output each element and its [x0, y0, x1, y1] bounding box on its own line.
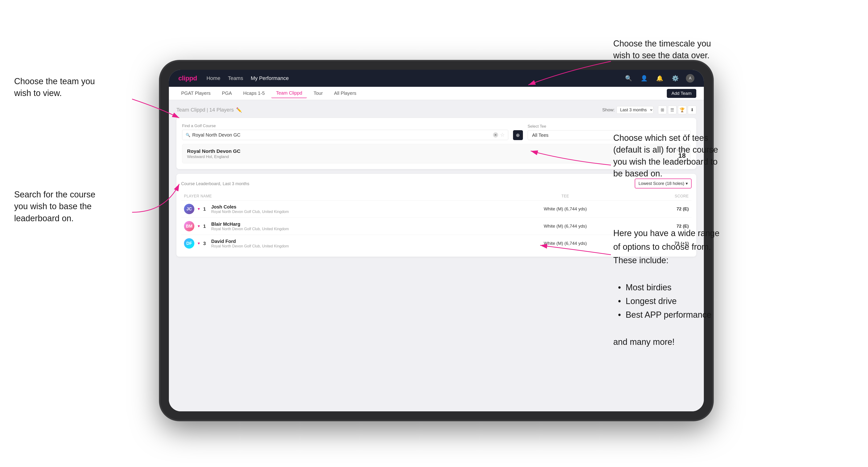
col-score: SCORE	[635, 192, 691, 200]
avatar[interactable]: A	[686, 74, 694, 83]
player-tee: White (M) (6,744 yds)	[496, 200, 634, 218]
search-input[interactable]	[192, 132, 491, 138]
bell-icon-btn[interactable]: 🔔	[655, 73, 665, 83]
tab-pga[interactable]: PGA	[217, 89, 237, 98]
show-dropdown[interactable]: Last 3 months	[617, 106, 653, 114]
player-rank: 1	[203, 206, 208, 212]
sub-tabs: PGAT Players PGA Hcaps 1-5 Team Clippd T…	[169, 87, 704, 100]
clear-search-btn[interactable]: ✕	[493, 132, 498, 137]
favorite-btn[interactable]: ☆	[500, 132, 505, 138]
search-icon-btn[interactable]: 🔍	[624, 73, 633, 83]
score-filter-label: Lowest Score (18 holes)	[639, 181, 684, 186]
search-icon: 🔍	[186, 133, 190, 137]
player-name: Blair McHarg	[211, 221, 289, 227]
player-club: Royal North Devon Golf Club, United King…	[211, 244, 289, 248]
nav-home[interactable]: Home	[206, 75, 220, 81]
player-name: Josh Coles	[211, 204, 289, 210]
col-tee: TEE	[496, 192, 634, 200]
col-player-name: PLAYER NAME	[181, 192, 496, 200]
leaderboard-header: Course Leaderboard, Last 3 months Lowest…	[181, 179, 691, 188]
player-rank: 1	[203, 224, 208, 229]
player-score: 72 (E)	[635, 200, 691, 218]
course-name: Royal North Devon GC	[187, 148, 677, 154]
navbar-icons: 🔍 👤 🔔 ⚙️ A	[624, 73, 694, 83]
tab-tour[interactable]: Tour	[309, 89, 328, 98]
annotation-options: Here you have a wide rangeof options to …	[613, 226, 719, 349]
player-avatar: DF	[184, 238, 194, 249]
add-team-button[interactable]: Add Team	[667, 89, 696, 98]
avatar-label: A	[689, 76, 691, 81]
favorite-heart-icon[interactable]: ♥	[198, 207, 200, 211]
course-location: Westward Hol, England	[187, 154, 677, 159]
show-filter: Show: Last 3 months ⊞ ☰ 🏆 ⬇	[602, 106, 696, 114]
team-header: Team Clippd | 14 Players ✏️ Show: Last 3…	[177, 106, 696, 114]
course-info: Royal North Devon GC Westward Hol, Engla…	[187, 148, 677, 159]
player-club: Royal North Devon Golf Club, United King…	[211, 227, 289, 231]
search-group: Find a Golf Course 🔍 ✕ ☆	[182, 124, 508, 140]
annotation-tees: Choose which set of tees(default is all)…	[613, 132, 718, 180]
grid-view-btn[interactable]: ⊞	[658, 106, 666, 114]
player-club: Royal North Devon Golf Club, United King…	[211, 210, 289, 214]
player-name: David Ford	[211, 239, 289, 244]
find-course-label: Find a Golf Course	[182, 124, 508, 128]
search-input-wrap: 🔍 ✕ ☆	[182, 130, 508, 140]
table-row: JC ♥ 1 Josh Coles Royal North Devon Golf…	[181, 200, 691, 218]
team-title: Team Clippd | 14 Players	[177, 107, 234, 113]
settings-icon-btn[interactable]: ⚙️	[670, 73, 680, 83]
leaderboard-title: Course Leaderboard, Last 3 months	[181, 181, 249, 186]
list-view-btn[interactable]: ☰	[668, 106, 677, 114]
tab-pgat-players[interactable]: PGAT Players	[177, 89, 215, 98]
player-rank: 3	[203, 241, 208, 246]
score-filter-dropdown[interactable]: Lowest Score (18 holes) ▾	[635, 179, 691, 188]
tab-hcaps[interactable]: Hcaps 1-5	[239, 89, 269, 98]
trophy-view-btn[interactable]: 🏆	[678, 106, 686, 114]
tab-all-players[interactable]: All Players	[329, 89, 361, 98]
annotation-top-left: Choose the team youwish to view.	[14, 75, 95, 99]
download-btn[interactable]: ⬇	[688, 106, 696, 114]
nav-teams[interactable]: Teams	[228, 75, 243, 81]
navbar-nav: Home Teams My Performance	[206, 75, 614, 81]
favorite-heart-icon[interactable]: ♥	[198, 241, 200, 246]
logo: clippd	[178, 74, 197, 82]
player-avatar: JC	[184, 204, 194, 214]
player-avatar: BM	[184, 221, 194, 231]
annotation-middle-left: Search for the courseyou wish to base th…	[14, 189, 95, 224]
course-action-btn[interactable]: ⊕	[513, 130, 523, 140]
show-label-text: Show:	[602, 107, 615, 113]
view-icons: ⊞ ☰ 🏆 ⬇	[658, 106, 696, 114]
favorite-heart-icon[interactable]: ♥	[198, 224, 200, 228]
tab-team-clippd[interactable]: Team Clippd	[271, 88, 307, 98]
edit-team-icon[interactable]: ✏️	[236, 107, 242, 113]
chevron-down-icon: ▾	[686, 181, 688, 186]
annotation-top-right: Choose the timescale youwish to see the …	[613, 38, 711, 62]
nav-my-performance[interactable]: My Performance	[251, 75, 289, 81]
profile-icon-btn[interactable]: 👤	[639, 73, 649, 83]
navbar: clippd Home Teams My Performance 🔍 👤 🔔 ⚙…	[169, 70, 704, 87]
tee-label: Select Tee	[528, 124, 691, 129]
